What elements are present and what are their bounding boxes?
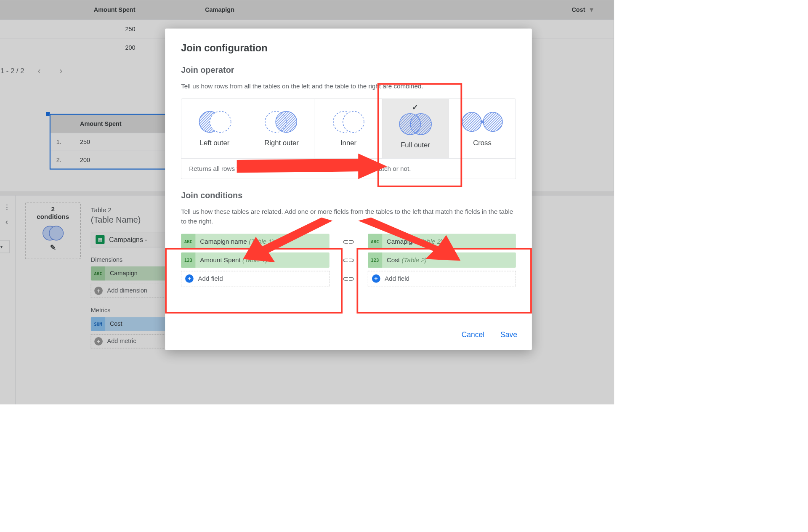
join-config-modal: Join configuration Join operator Tell us… <box>165 29 532 350</box>
plus-icon: + <box>372 274 380 283</box>
save-button[interactable]: Save <box>500 330 517 339</box>
join-field[interactable]: 123 Amount Spent(Table 1) <box>181 253 329 268</box>
conditions-help: Tell us how these tables are related. Ad… <box>181 207 516 226</box>
svg-point-5 <box>276 111 297 132</box>
abc-icon: ABC <box>181 234 195 249</box>
svg-point-9 <box>410 114 431 135</box>
cancel-button[interactable]: Cancel <box>462 330 484 339</box>
field-label: Camapign <box>387 238 416 245</box>
left-fields-column: ABC Camapign name(Table 1) 123 Amount Sp… <box>181 234 329 287</box>
svg-point-3 <box>210 111 231 132</box>
op-right-outer[interactable]: Right outer <box>248 99 315 158</box>
svg-point-7 <box>343 111 364 132</box>
op-label: Left outer <box>200 139 230 147</box>
left-outer-icon <box>195 110 234 133</box>
op-label: Inner <box>340 139 356 147</box>
field-table: (Table 1) <box>242 256 267 263</box>
right-outer-icon <box>262 110 300 133</box>
op-left-outer[interactable]: Left outer <box>181 99 248 158</box>
op-label: Cross <box>473 139 492 147</box>
join-field[interactable]: ABC Camapign name(Table 1) <box>181 234 329 249</box>
num-icon: 123 <box>368 253 382 268</box>
operator-options: Left outer Right outer Inner ✓ <box>181 98 516 159</box>
field-table: (Table 2) <box>402 256 427 263</box>
field-table: (Table 2) <box>418 238 443 245</box>
op-label: Full outer <box>401 141 430 149</box>
add-field-button[interactable]: + Add field <box>368 271 516 286</box>
abc-icon: ABC <box>368 234 382 249</box>
link-icon: ⊂⊃ <box>339 256 358 265</box>
inner-icon <box>329 110 367 133</box>
check-icon: ✓ <box>412 103 418 112</box>
add-field-button[interactable]: + Add field <box>181 271 329 286</box>
cross-icon <box>458 110 506 133</box>
operator-description: Returns all rows from the left tables an… <box>181 159 516 179</box>
op-inner[interactable]: Inner <box>315 99 382 158</box>
join-field[interactable]: 123 Cost(Table 2) <box>368 253 516 268</box>
link-icon: ⊂⊃ <box>339 275 358 283</box>
add-field-label: Add field <box>385 275 409 282</box>
join-field[interactable]: ABC Camapign(Table 2) <box>368 234 516 249</box>
conditions-heading: Join conditions <box>181 191 516 201</box>
modal-title: Join configuration <box>181 43 516 54</box>
op-full-outer[interactable]: ✓ Full outer <box>382 99 449 158</box>
operator-help: Tell us how rows from all the tables on … <box>181 81 516 91</box>
svg-point-10 <box>462 112 481 132</box>
field-table: (Table 1) <box>249 238 274 245</box>
svg-point-11 <box>483 112 502 132</box>
num-icon: 123 <box>181 253 195 268</box>
plus-icon: + <box>185 274 194 283</box>
operator-heading: Join operator <box>181 65 516 75</box>
add-field-label: Add field <box>198 275 223 282</box>
op-label: Right outer <box>264 139 299 147</box>
field-label: Cost <box>387 256 400 263</box>
link-icon: ⊂⊃ <box>339 238 358 246</box>
full-outer-icon <box>395 112 436 136</box>
op-cross[interactable]: Cross <box>449 99 516 158</box>
field-label: Amount Spent <box>200 256 240 263</box>
field-label: Camapign name <box>200 238 247 245</box>
right-fields-column: ABC Camapign(Table 2) 123 Cost(Table 2) … <box>368 234 516 287</box>
